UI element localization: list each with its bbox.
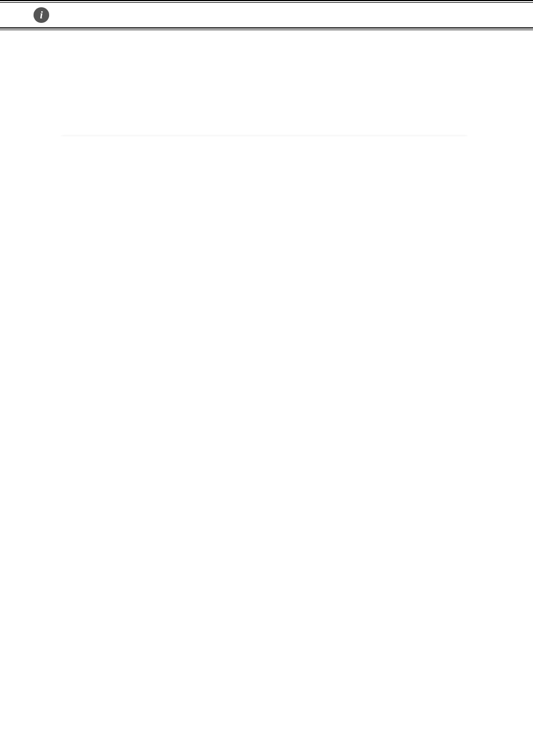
info-icon: i <box>34 7 49 23</box>
